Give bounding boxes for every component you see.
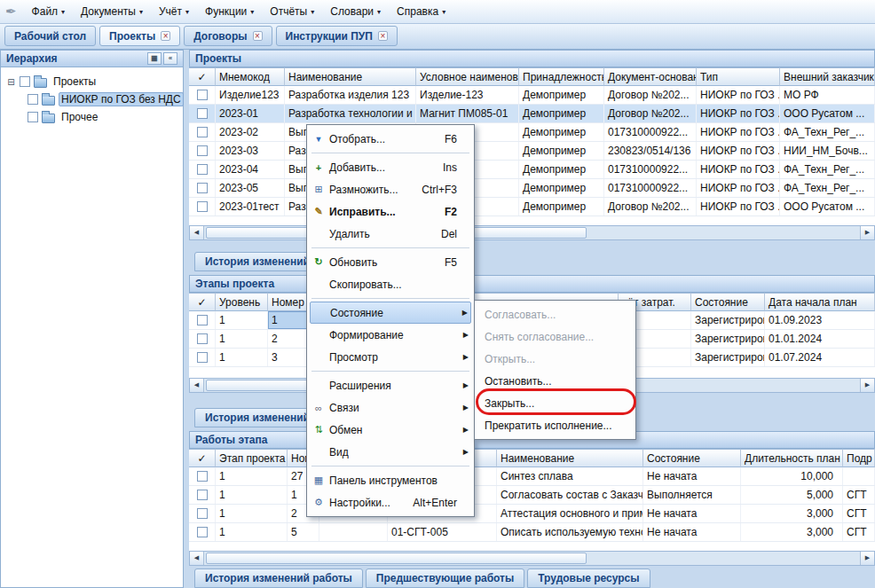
- cell-external-customer[interactable]: МО РФ: [780, 86, 875, 104]
- cell-type[interactable]: НИОКР по ГОЗ ...: [697, 105, 780, 122]
- checkbox[interactable]: [197, 127, 208, 137]
- row-select-cell[interactable]: [189, 105, 216, 122]
- cell-number[interactable]: 5: [288, 523, 319, 541]
- column-header[interactable]: Дата начала план: [765, 293, 875, 311]
- column-header[interactable]: Состояние: [643, 449, 741, 467]
- cell-belonging[interactable]: Демопример: [519, 198, 604, 216]
- table-row[interactable]: 2023-03 Разр 23/269 Демопример 230823/05…: [189, 142, 875, 161]
- menu-item[interactable]: ▦ Панель инструментов: [310, 469, 471, 491]
- column-header[interactable]: Документ-основан: [604, 67, 697, 86]
- row-select-cell[interactable]: [189, 86, 216, 104]
- submenu-item[interactable]: Прекратить исполнение...: [477, 414, 633, 436]
- find-icon[interactable]: ▦: [147, 52, 162, 65]
- checkbox[interactable]: [197, 527, 208, 537]
- column-header[interactable]: Наименование: [497, 449, 643, 467]
- cell-mnemocode[interactable]: 01-СГТ-005: [388, 523, 497, 541]
- cell-level[interactable]: 1: [216, 330, 268, 348]
- cell-state[interactable]: Зарегистрирован: [691, 349, 765, 366]
- cell-conditional-name[interactable]: Изделие-123: [416, 86, 519, 104]
- table-row[interactable]: Изделие123 Разработка изделия 123 Издели…: [189, 86, 875, 105]
- cell-belonging[interactable]: Демопример: [519, 142, 604, 160]
- table-row[interactable]: 1 5 01-СГТ-005 Описать используемую техн…: [189, 523, 875, 542]
- cell-belonging[interactable]: Демопример: [519, 179, 604, 197]
- cell-belonging[interactable]: Демопример: [519, 123, 604, 141]
- scroll-right-icon[interactable]: ▶: [860, 226, 874, 239]
- tree-item[interactable]: НИОКР по ГОЗ без НДС: [1, 90, 183, 108]
- table-row[interactable]: 1 27 Синтез сплава Не начата 10,000: [189, 467, 875, 486]
- tree-item[interactable]: Прочее: [1, 108, 183, 126]
- tree-item[interactable]: ⊟ Проекты: [1, 73, 183, 90]
- column-header[interactable]: Подр: [843, 449, 875, 467]
- cell-type[interactable]: НИОКР по ГОЗ ...: [697, 123, 780, 141]
- cell-external-customer[interactable]: ООО Русатом ...: [780, 105, 875, 122]
- close-icon[interactable]: ×: [161, 31, 170, 41]
- bottom-tab[interactable]: Трудовые ресурсы: [527, 568, 650, 588]
- scroll-right-icon[interactable]: ▶: [860, 379, 874, 392]
- tree-item-label[interactable]: Проекты: [51, 74, 99, 89]
- cell-level[interactable]: 1: [216, 349, 268, 366]
- cell-duration-plan[interactable]: 10,000: [741, 467, 843, 485]
- cell-project-stage[interactable]: 1: [216, 523, 288, 541]
- tree-item-label[interactable]: НИОКР по ГОЗ без НДС: [59, 92, 184, 106]
- checkbox[interactable]: [28, 112, 38, 122]
- column-header[interactable]: Этап проекта: [216, 449, 288, 467]
- cell-state[interactable]: Зарегистрирован: [691, 330, 765, 348]
- menu-item[interactable]: Удалить Del: [310, 223, 471, 245]
- column-header[interactable]: ✓: [189, 293, 216, 311]
- row-select-cell[interactable]: [189, 179, 216, 197]
- cell-type[interactable]: НИОКР по ГОЗ ...: [697, 142, 780, 160]
- column-header[interactable]: Внешний заказчик: [780, 67, 875, 86]
- document-tab[interactable]: Проекты ×: [99, 26, 180, 46]
- checkbox[interactable]: [197, 183, 208, 193]
- cell-external-customer[interactable]: ФА_Техн_Рег_...: [780, 161, 875, 178]
- table-row[interactable]: 2023-04 Вып Демопример 017310000922... Н…: [189, 161, 875, 179]
- cell-name[interactable]: Разработка изделия 123: [285, 86, 416, 104]
- cell-start-date[interactable]: 01.07.2024: [765, 349, 875, 366]
- cell-belonging[interactable]: Демопример: [519, 161, 604, 178]
- cell-duration-plan[interactable]: 3,000: [741, 505, 843, 522]
- cell-start-date[interactable]: 01.09.2023: [765, 311, 875, 329]
- cell-document-basis[interactable]: Договор №202...: [604, 105, 697, 122]
- cell-mnemocode[interactable]: 2023-05: [216, 179, 285, 197]
- menu-item[interactable]: ⊞ Размножить... Ctrl+F3: [310, 178, 471, 200]
- table-row[interactable]: 2023-02 Вып -ЭМС Демопример 017310000922…: [189, 123, 875, 142]
- column-header[interactable]: Наименование: [285, 67, 416, 86]
- cell-department[interactable]: СГТ: [843, 505, 875, 522]
- cell-mnemocode[interactable]: 2023-02: [216, 123, 285, 141]
- works-hscrollbar[interactable]: ◀ ▶: [189, 552, 875, 566]
- cell-external-customer[interactable]: ФА_Техн_Рег_...: [780, 179, 875, 197]
- cell-conditional-name[interactable]: Магнит ПМ085-01: [416, 105, 519, 122]
- checkbox[interactable]: [197, 315, 208, 325]
- panel-collapse-icon[interactable]: «: [163, 52, 177, 65]
- cell-document-basis[interactable]: Договор №202...: [604, 86, 697, 104]
- row-select-cell[interactable]: [189, 505, 216, 522]
- menu-item[interactable]: Просмотр ▶: [310, 346, 471, 368]
- cell-type[interactable]: НИОКР по ГОЗ ...: [697, 161, 780, 178]
- bottom-tab[interactable]: Предшествующие работы: [366, 568, 524, 588]
- close-icon[interactable]: ×: [253, 31, 263, 41]
- cell-name[interactable]: Согласовать состав с Заказчиком: [497, 486, 643, 504]
- cell-mnemocode[interactable]: 2023-01: [216, 105, 285, 122]
- table-row[interactable]: 2023-01 Разработка технологии и Магнит П…: [189, 105, 875, 123]
- table-row[interactable]: 2023-05 Вып Демопример 017310000922... Н…: [189, 179, 875, 198]
- menubar-item[interactable]: Функции ▾: [197, 2, 262, 21]
- cell-external-customer[interactable]: ФА_Техн_Рег_...: [780, 123, 875, 141]
- cell-mnemocode[interactable]: 2023-01тест: [216, 198, 285, 216]
- row-select-cell[interactable]: [189, 467, 216, 485]
- bottom-tab[interactable]: История изменений работы: [194, 568, 363, 588]
- menubar-item[interactable]: Файл ▾: [24, 2, 74, 21]
- cell-start-date[interactable]: 01.01.2024: [765, 330, 875, 348]
- checkbox[interactable]: [197, 333, 208, 344]
- projects-hscrollbar[interactable]: ◀ ▶: [189, 226, 875, 240]
- column-header[interactable]: Мнемокод: [216, 67, 285, 86]
- row-select-cell[interactable]: [189, 330, 216, 348]
- cell-document-basis[interactable]: 017310000922...: [604, 161, 697, 178]
- cell-state[interactable]: Зарегистрирован: [691, 311, 765, 329]
- column-header[interactable]: Состояние: [691, 293, 765, 311]
- checkbox[interactable]: [197, 164, 208, 175]
- tree-item-label[interactable]: Прочее: [59, 110, 100, 124]
- menu-item[interactable]: ↻ Обновить F5: [310, 251, 471, 273]
- cell-project-stage[interactable]: 1: [216, 486, 288, 504]
- cell-mnemocode[interactable]: 2023-03: [216, 142, 285, 160]
- menubar-item[interactable]: Словари ▾: [322, 2, 389, 21]
